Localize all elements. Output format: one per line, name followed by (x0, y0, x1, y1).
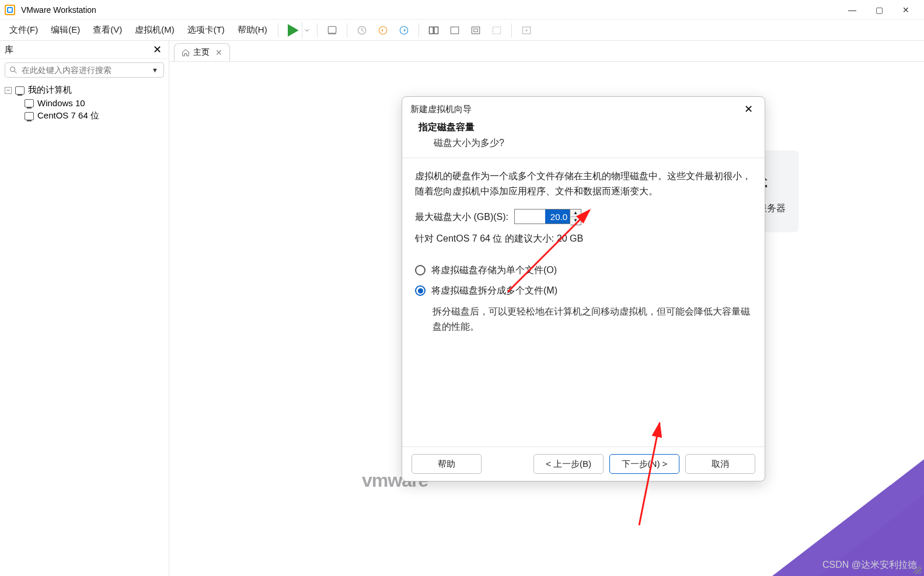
search-dropdown-icon[interactable]: ▼ (150, 67, 160, 74)
recommended-size-text: 针对 CentOS 7 64 位 的建议大小: 20 GB (415, 231, 752, 246)
svg-rect-9 (473, 29, 477, 32)
vm-icon (25, 112, 34, 120)
disk-size-input[interactable] (514, 209, 570, 224)
cancel-button[interactable]: 取消 (685, 454, 755, 474)
svg-rect-8 (472, 27, 479, 34)
dialog-heading: 指定磁盘容量 (419, 121, 751, 134)
svg-rect-5 (429, 27, 433, 34)
tree-item-label: Windows 10 (37, 98, 85, 108)
radio-single-file[interactable]: 将虚拟磁盘存储为单个文件(O) (415, 263, 752, 278)
radio-icon[interactable] (415, 285, 426, 296)
radio-split-files[interactable]: 将虚拟磁盘拆分成多个文件(M) (415, 283, 752, 298)
toolbar-revert-icon[interactable] (373, 22, 393, 39)
search-icon (9, 65, 18, 75)
window-minimize-button[interactable]: — (839, 1, 866, 19)
app-title: VMware Workstation (21, 5, 96, 15)
next-button[interactable]: 下一步(N) > (609, 454, 679, 474)
svg-rect-10 (493, 27, 500, 34)
computer-icon (15, 86, 25, 95)
titlebar: VMware Workstation — ▢ ✕ (0, 0, 924, 20)
spinner-down-icon[interactable]: ▼ (570, 217, 581, 225)
tree-item-label: CentOS 7 64 位 (37, 110, 99, 121)
sidebar-close-button[interactable]: ✕ (151, 43, 164, 56)
toolbar-thumbnail-icon[interactable] (424, 22, 444, 39)
svg-rect-6 (434, 27, 438, 34)
vm-icon (25, 99, 34, 107)
tab-close-icon[interactable]: ✕ (215, 48, 222, 57)
menubar: 文件(F) 编辑(E) 查看(V) 虚拟机(M) 选项卡(T) 帮助(H) (0, 20, 924, 41)
toolbar-stretch-icon[interactable] (517, 22, 536, 39)
back-button[interactable]: < 上一步(B) (534, 454, 604, 474)
tree-root-label: 我的计算机 (28, 85, 72, 96)
resize-grip-icon[interactable] (913, 565, 922, 574)
tree-item-centos7[interactable]: CentOS 7 64 位 (23, 109, 165, 123)
tab-home[interactable]: 主页 ✕ (174, 43, 230, 61)
dialog-title: 新建虚拟机向导 (410, 104, 472, 115)
svg-rect-7 (451, 27, 458, 34)
menu-help[interactable]: 帮助(H) (232, 21, 273, 39)
svg-point-12 (11, 67, 15, 72)
tree-item-windows10[interactable]: Windows 10 (23, 97, 165, 109)
max-disk-size-label: 最大磁盘大小 (GB)(S): (415, 210, 508, 225)
window-maximize-button[interactable]: ▢ (866, 1, 892, 19)
main-area: 主页 ✕ ᴼ™ 接远程服务器 vmware® 新建虚拟机向导 ✕ 指定磁盘容量 … (169, 41, 924, 576)
svg-rect-0 (328, 26, 336, 33)
sidebar-title: 库 (5, 44, 13, 55)
svg-rect-1 (328, 33, 336, 34)
toolbar-fullscreen-icon[interactable] (466, 22, 486, 39)
new-vm-wizard-dialog: 新建虚拟机向导 ✕ 指定磁盘容量 磁盘大小为多少? 虚拟机的硬盘作为一个或多个文… (402, 96, 765, 481)
spinner-up-icon[interactable]: ▲ (570, 210, 581, 217)
home-icon (182, 48, 190, 57)
menu-view[interactable]: 查看(V) (87, 21, 128, 39)
toolbar-manage-snapshot-icon[interactable] (394, 22, 414, 39)
toolbar-unity-icon[interactable] (487, 22, 507, 39)
toolbar-screenshot-icon[interactable] (322, 22, 342, 39)
tab-label: 主页 (193, 47, 210, 58)
window-close-button[interactable]: ✕ (892, 1, 919, 19)
menu-vm[interactable]: 虚拟机(M) (129, 21, 180, 39)
toolbar-single-icon[interactable] (445, 22, 465, 39)
radio-icon[interactable] (415, 265, 426, 275)
dialog-description: 虚拟机的硬盘作为一个或多个文件存储在主机的物理磁盘中。这些文件最初很小，随着您向… (415, 169, 752, 198)
csdn-watermark: CSDN @达米安利拉德 (822, 559, 917, 571)
library-tree: − 我的计算机 Windows 10 CentOS 7 64 位 (0, 81, 169, 125)
tabstrip: 主页 ✕ (169, 41, 924, 62)
expand-toggle-icon[interactable]: − (5, 87, 12, 94)
app-icon (5, 5, 15, 15)
sidebar: 库 ✕ ▼ − 我的计算机 Windows 10 CentOS 7 64 位 (0, 41, 169, 576)
split-note: 拆分磁盘后，可以更轻松地在计算机之间移动虚拟机，但可能会降低大容量磁盘的性能。 (415, 304, 752, 334)
search-input[interactable] (22, 65, 150, 75)
menu-file[interactable]: 文件(F) (4, 21, 44, 39)
radio-label: 将虚拟磁盘存储为单个文件(O) (431, 263, 557, 278)
menu-edit[interactable]: 编辑(E) (45, 21, 86, 39)
menu-tabs[interactable]: 选项卡(T) (182, 21, 231, 39)
dialog-close-button[interactable]: ✕ (741, 102, 756, 117)
dialog-subheading: 磁盘大小为多少? (419, 137, 751, 149)
toolbar-snapshot-icon[interactable] (352, 22, 372, 39)
help-button[interactable]: 帮助 (412, 454, 482, 474)
sidebar-search[interactable]: ▼ (5, 62, 164, 78)
power-on-split-button[interactable] (283, 22, 312, 39)
radio-label: 将虚拟磁盘拆分成多个文件(M) (431, 283, 557, 298)
disk-size-spinner[interactable]: ▲ ▼ (514, 209, 581, 225)
tree-root-my-computer[interactable]: − 我的计算机 (4, 83, 165, 97)
